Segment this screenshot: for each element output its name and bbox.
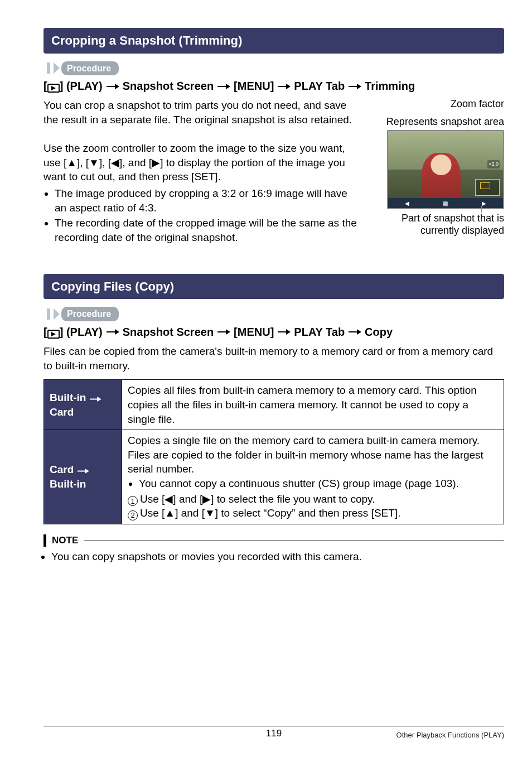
- path-snapshot-screen: Snapshot Screen: [123, 79, 214, 94]
- path-menu: [MENU]: [234, 79, 274, 94]
- circled-1-icon: 1: [128, 496, 138, 506]
- page-number: 119: [43, 727, 504, 740]
- svg-marker-15: [115, 329, 119, 335]
- minimap-icon: [475, 179, 500, 196]
- trimming-bullet-aspect: The image produced by cropping a 3:2 or …: [55, 186, 360, 215]
- menu-path-trimming: [] (PLAY) Snapshot Screen [MENU] PLAY Ta…: [43, 79, 504, 94]
- section-title-copy: Copying Files (Copy): [43, 274, 504, 300]
- path-play-tab: PLAY Tab: [294, 325, 345, 340]
- arrow-right-icon: [277, 83, 291, 90]
- trimming-intro: You can crop a snapshot to trim parts yo…: [43, 98, 360, 127]
- arrow-right-icon: [106, 329, 119, 335]
- section-title-trimming: Cropping a Snapshot (Trimming): [43, 28, 504, 54]
- represents-area-label: Represents snapshot area: [367, 116, 504, 128]
- card-builtin-step1: 1Use [◀] and [▶] to select the file you …: [128, 492, 498, 507]
- table-cell-builtin-card: Copies all files from built-in camera me…: [122, 380, 504, 430]
- svg-marker-8: [286, 84, 291, 89]
- copy-options-table: Built-in Card Copies all files from buil…: [43, 379, 504, 524]
- svg-marker-23: [97, 397, 101, 402]
- trimming-body: Use the zoom controller to zoom the imag…: [43, 141, 360, 184]
- table-hdr-card-builtin: Card Built-in: [44, 430, 122, 524]
- arrow-right-icon: [217, 83, 230, 90]
- table-cell-card-builtin: Copies a single file on the memory card …: [122, 430, 504, 524]
- play-mode-icon: [47, 330, 60, 339]
- path-play: [] (PLAY): [43, 325, 103, 340]
- cropping-preview-thumbnail: ×2.0 ◀▦▶: [387, 130, 504, 209]
- card-builtin-bullet: You cannot copy a continuous shutter (CS…: [139, 476, 498, 491]
- svg-marker-13: [51, 332, 56, 336]
- svg-marker-17: [226, 329, 230, 335]
- arrow-right-icon: [277, 329, 291, 335]
- circled-2-icon: 2: [128, 510, 138, 520]
- note-rule: [84, 541, 504, 541]
- card-builtin-step2: 2Use [▲] and [▼] to select “Copy” and th…: [128, 506, 498, 520]
- arrow-right-icon: [77, 468, 89, 474]
- path-snapshot-screen: Snapshot Screen: [123, 325, 214, 340]
- procedure-label: Procedure: [61, 307, 119, 321]
- page-footer: 119 Other Playback Functions (PLAY): [43, 726, 504, 740]
- svg-marker-21: [357, 329, 361, 335]
- play-mode-icon: [47, 84, 60, 93]
- svg-marker-25: [85, 469, 89, 474]
- svg-marker-12: [54, 308, 60, 320]
- path-play: [] (PLAY): [43, 79, 103, 94]
- note-heading: NOTE: [43, 534, 504, 547]
- svg-marker-6: [226, 84, 230, 89]
- card-builtin-text: Copies a single file on the memory card …: [128, 433, 498, 476]
- svg-marker-4: [115, 84, 119, 89]
- procedure-label: Procedure: [61, 61, 119, 76]
- table-hdr-builtin-card: Built-in Card: [44, 380, 122, 430]
- path-copy: Copy: [365, 325, 393, 340]
- note-label: NOTE: [52, 534, 78, 547]
- svg-rect-11: [47, 308, 50, 320]
- note-bullet: You can copy snapshots or movies you rec…: [51, 549, 504, 564]
- zoom-tag: ×2.0: [487, 160, 500, 168]
- arrow-right-icon: [348, 329, 361, 335]
- path-trimming: Trimming: [365, 79, 415, 94]
- menu-path-copy: [] (PLAY) Snapshot Screen [MENU] PLAY Ta…: [43, 325, 504, 340]
- arrow-right-icon: [348, 83, 361, 90]
- preview-bottom-bar: ◀▦▶: [388, 198, 503, 208]
- arrow-right-icon: [217, 329, 230, 335]
- procedure-badge: Procedure: [43, 307, 504, 321]
- svg-marker-19: [286, 329, 291, 335]
- svg-marker-2: [51, 86, 56, 90]
- procedure-badge: Procedure: [43, 61, 504, 76]
- copy-intro: Files can be copied from the camera's bu…: [43, 344, 504, 373]
- path-menu: [MENU]: [234, 325, 274, 340]
- path-play-tab: PLAY Tab: [294, 79, 345, 94]
- zoom-factor-label: Zoom factor: [367, 98, 504, 110]
- trimming-bullet-date: The recording date of the cropped image …: [55, 216, 360, 244]
- svg-marker-1: [54, 62, 60, 74]
- arrow-right-icon: [106, 83, 119, 90]
- svg-rect-0: [47, 62, 50, 74]
- part-displayed-label: Part of snapshot that is currently displ…: [367, 213, 504, 237]
- note-bar-icon: [43, 534, 46, 547]
- arrow-right-icon: [89, 396, 101, 402]
- svg-marker-10: [357, 84, 361, 89]
